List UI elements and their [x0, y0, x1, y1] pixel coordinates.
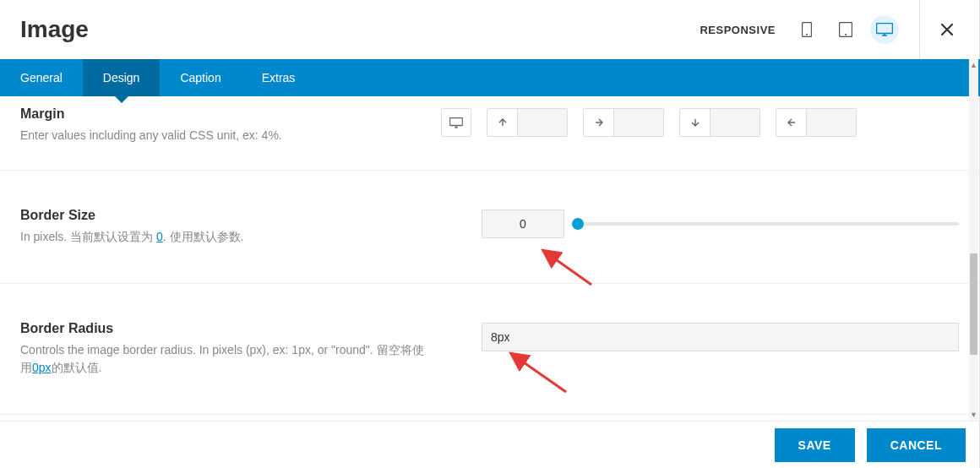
arrow-right-icon [584, 109, 614, 136]
desktop-small-icon [449, 117, 463, 128]
desktop-icon [876, 23, 893, 36]
save-button[interactable]: SAVE [775, 428, 855, 462]
section-margin: Margin Enter values including any valid … [0, 96, 979, 171]
border-size-desc: In pixels. 当前默认设置为 0. 使用默认参数. [20, 228, 424, 246]
arrow-up-icon [487, 109, 518, 136]
close-button[interactable] [935, 18, 959, 41]
tablet-icon [839, 22, 852, 37]
border-size-slider-thumb[interactable] [572, 218, 584, 230]
mobile-icon [802, 22, 812, 37]
scrollbar-up-icon[interactable]: ▲ [969, 59, 978, 71]
scrollbar-down-icon[interactable]: ▼ [969, 409, 978, 421]
margin-bottom-field [679, 108, 760, 137]
tabs: General Design Caption Extras [0, 59, 980, 96]
device-desktop-button[interactable] [870, 15, 899, 44]
border-size-default-link[interactable]: 0 [156, 230, 163, 243]
margin-top-field [487, 108, 568, 137]
margin-right-input[interactable] [614, 109, 663, 136]
responsive-label: RESPONSIVE [700, 24, 776, 36]
border-radius-title: Border Radius [20, 321, 424, 336]
tab-design[interactable]: Design [83, 59, 161, 96]
tab-extras[interactable]: Extras [242, 59, 316, 96]
border-size-title: Border Size [20, 208, 424, 223]
content-area: Margin Enter values including any valid … [0, 96, 980, 421]
svg-point-1 [806, 34, 808, 35]
page-title: Image [20, 16, 89, 43]
border-radius-input[interactable] [482, 323, 959, 351]
device-tablet-button[interactable] [831, 15, 860, 44]
border-radius-default-link[interactable]: 0px [32, 361, 52, 374]
margin-left-input[interactable] [807, 109, 856, 136]
scrollbar-thumb[interactable] [970, 253, 977, 355]
section-border-size: Border Size In pixels. 当前默认设置为 0. 使用默认参数… [0, 171, 979, 284]
svg-rect-4 [877, 24, 893, 34]
svg-point-3 [845, 34, 847, 35]
footer: SAVE CANCEL [0, 421, 980, 468]
svg-rect-5 [450, 117, 463, 125]
margin-bottom-input[interactable] [710, 109, 760, 136]
margin-left-field [776, 108, 857, 137]
close-icon [940, 23, 954, 36]
margin-top-input[interactable] [518, 109, 567, 136]
section-border-radius: Border Radius Controls the image border … [0, 284, 979, 415]
tab-general[interactable]: General [0, 59, 83, 96]
margin-title: Margin [20, 106, 424, 122]
border-size-value-input[interactable] [482, 210, 564, 238]
header-divider [919, 0, 920, 59]
cancel-button[interactable]: CANCEL [867, 428, 966, 462]
tab-caption[interactable]: Caption [160, 59, 241, 96]
margin-right-field [583, 108, 664, 137]
border-radius-desc: Controls the image border radius. In pix… [20, 341, 424, 377]
arrow-left-icon [776, 109, 807, 136]
scrollbar[interactable]: ▲ ▼ [969, 59, 978, 421]
device-mobile-button[interactable] [792, 15, 821, 44]
margin-all-sides-button[interactable] [441, 108, 471, 137]
border-size-slider[interactable] [578, 222, 959, 226]
margin-desc: Enter values including any valid CSS uni… [20, 127, 424, 144]
arrow-down-icon [680, 109, 710, 136]
